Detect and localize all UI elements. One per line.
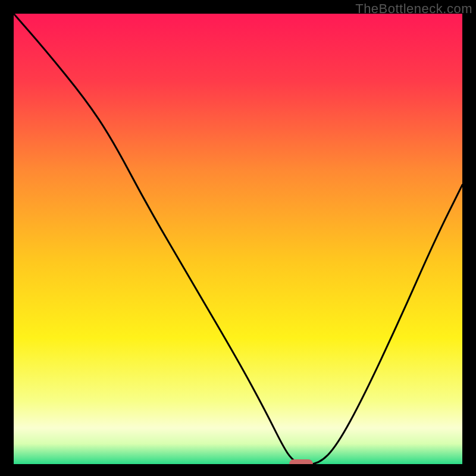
optimal-marker <box>289 459 313 464</box>
watermark-text: TheBottleneck.com <box>355 1 472 17</box>
plot-svg <box>14 14 462 464</box>
plot-background <box>14 14 462 464</box>
plot-area <box>14 14 462 464</box>
chart-frame: TheBottleneck.com <box>0 0 476 476</box>
